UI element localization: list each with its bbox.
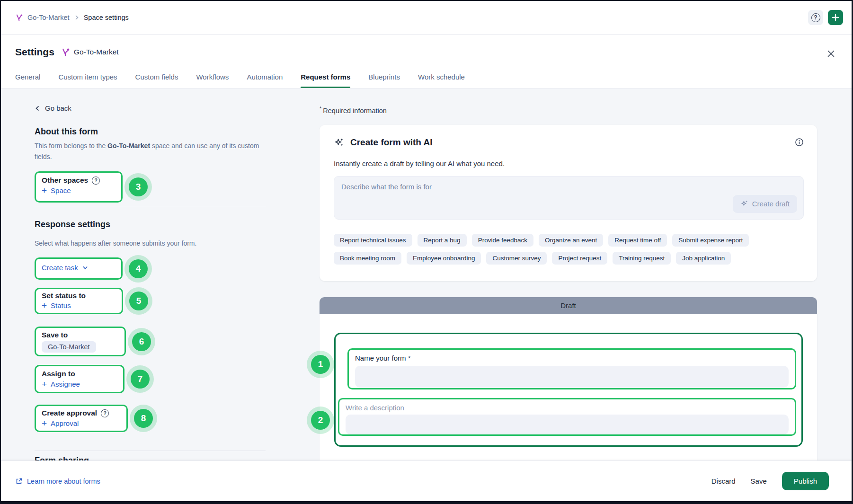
space-name-bold: Go-To-Market bbox=[107, 142, 150, 150]
breadcrumb-chevron-icon bbox=[74, 14, 80, 21]
add-status-button[interactable]: + Status bbox=[42, 301, 71, 309]
add-icon: + bbox=[42, 302, 47, 309]
set-status-section: Set status to + Status 5 bbox=[35, 288, 123, 314]
add-button[interactable] bbox=[828, 10, 843, 25]
form-header-annotation-box: Name your form * Write a description 1 2 bbox=[334, 333, 803, 447]
required-information-note: *Required information bbox=[320, 106, 817, 115]
other-spaces-label: Other spaces bbox=[42, 176, 88, 185]
tab-work-schedule[interactable]: Work schedule bbox=[418, 73, 465, 88]
question-circle-icon[interactable]: ? bbox=[101, 409, 109, 417]
create-approval-section: Create approval ? + Approval 8 bbox=[35, 405, 128, 432]
annotation-badge-5: 5 bbox=[129, 292, 148, 310]
breadcrumb-space-link[interactable]: Go-To-Market bbox=[27, 14, 70, 21]
set-status-label: Set status to bbox=[42, 292, 86, 300]
ai-card-title: Create form with AI bbox=[350, 137, 433, 148]
suggestion-chip[interactable]: Report technical issues bbox=[334, 234, 412, 247]
save-to-label: Save to bbox=[42, 331, 68, 339]
ai-prompt-input[interactable]: Describe what the form is for Create dra… bbox=[334, 176, 804, 220]
info-button[interactable] bbox=[795, 138, 804, 147]
publish-button[interactable]: Publish bbox=[782, 472, 829, 490]
form-name-input[interactable] bbox=[355, 366, 789, 388]
suggestion-chip[interactable]: Employee onboarding bbox=[407, 252, 481, 265]
content-area: Go back About this form This form belong… bbox=[1, 88, 852, 460]
settings-header: Settings Go-To-Market General Cust bbox=[1, 35, 852, 88]
add-approval-button[interactable]: + Approval bbox=[42, 419, 79, 427]
tab-custom-item-types[interactable]: Custom item types bbox=[58, 73, 117, 88]
other-spaces-section: Other spaces ? + Space 3 bbox=[35, 171, 123, 203]
suggestion-chip[interactable]: Customer survey bbox=[486, 252, 547, 265]
tab-request-forms[interactable]: Request forms bbox=[301, 73, 350, 88]
ai-card-subtitle: Instantly create a draft by telling our … bbox=[334, 159, 804, 168]
annotation-badge-4: 4 bbox=[129, 259, 148, 278]
create-draft-button[interactable]: Create draft bbox=[733, 195, 797, 213]
suggestion-chip[interactable]: Provide feedback bbox=[472, 234, 533, 247]
breadcrumb-current-page: Space settings bbox=[84, 14, 129, 21]
create-task-section: Create task 4 bbox=[35, 257, 123, 280]
tab-general[interactable]: General bbox=[15, 73, 40, 88]
close-icon bbox=[827, 50, 835, 58]
response-settings-heading: Response settings bbox=[35, 220, 294, 230]
tab-automation[interactable]: Automation bbox=[247, 73, 283, 88]
tab-blueprints[interactable]: Blueprints bbox=[368, 73, 400, 88]
annotation-badge-7: 7 bbox=[131, 370, 150, 389]
save-to-space-chip[interactable]: Go-To-Market bbox=[42, 341, 96, 353]
create-approval-label: Create approval bbox=[42, 409, 97, 417]
create-form-with-ai-card: Create form with AI Instantly create a d… bbox=[320, 125, 817, 281]
top-bar: Go-To-Market Space settings ? bbox=[1, 1, 852, 35]
go-back-button[interactable]: Go back bbox=[35, 104, 71, 112]
sparkle-icon bbox=[740, 200, 748, 208]
draft-form-card: Draft Name your form * Write a descripti… bbox=[320, 297, 817, 460]
suggestion-chip[interactable]: Project request bbox=[552, 252, 607, 265]
top-bar-actions: ? bbox=[808, 10, 843, 25]
assign-to-label: Assign to bbox=[42, 370, 75, 378]
add-icon: + bbox=[42, 187, 47, 194]
settings-tabs: General Custom item types Custom fields … bbox=[15, 73, 465, 88]
help-icon: ? bbox=[811, 13, 820, 22]
discard-button[interactable]: Discard bbox=[711, 477, 736, 485]
add-space-button[interactable]: + Space bbox=[42, 186, 71, 195]
question-circle-icon[interactable]: ? bbox=[92, 177, 100, 185]
about-description: This form belongs to the Go-To-Market sp… bbox=[35, 141, 261, 162]
external-link-icon bbox=[15, 477, 23, 485]
suggestion-chip[interactable]: Job application bbox=[676, 252, 731, 265]
annotation-badge-6: 6 bbox=[132, 332, 151, 351]
form-name-label: Name your form * bbox=[355, 354, 789, 362]
close-button[interactable] bbox=[824, 47, 837, 60]
info-icon bbox=[795, 138, 804, 147]
sparkle-icon bbox=[334, 137, 344, 148]
about-heading: About this form bbox=[35, 127, 294, 137]
space-badge: Go-To-Market bbox=[61, 48, 119, 57]
divider bbox=[35, 451, 266, 451]
form-sharing-heading: Form sharing bbox=[35, 456, 294, 460]
plus-icon bbox=[832, 14, 839, 21]
annotation-badge-3: 3 bbox=[129, 177, 148, 196]
suggestion-chip[interactable]: Book meeting room bbox=[334, 252, 401, 265]
suggestion-chip[interactable]: Request time off bbox=[608, 234, 667, 247]
suggestion-chip[interactable]: Training request bbox=[613, 252, 671, 265]
chevron-down-icon bbox=[82, 265, 89, 271]
page-title: Settings bbox=[15, 46, 54, 58]
suggestion-chip[interactable]: Organize an event bbox=[539, 234, 603, 247]
suggestion-chip[interactable]: Report a bug bbox=[418, 234, 467, 247]
create-task-dropdown[interactable]: Create task bbox=[42, 264, 89, 272]
draft-form-body: Name your form * Write a description 1 2 bbox=[320, 314, 817, 460]
space-icon bbox=[15, 14, 23, 22]
tab-workflows[interactable]: Workflows bbox=[196, 73, 229, 88]
ai-suggestion-chips: Report technical issues Report a bug Pro… bbox=[334, 234, 804, 265]
back-chevron-icon bbox=[35, 105, 40, 112]
divider bbox=[35, 207, 266, 207]
suggestion-chip[interactable]: Submit expense report bbox=[672, 234, 749, 247]
footer-bar: Learn more about forms Discard Save Publ… bbox=[1, 460, 852, 501]
form-description-input[interactable] bbox=[346, 415, 789, 434]
annotation-badge-2: 2 bbox=[311, 411, 330, 430]
form-editor-panel: *Required information Create form with A… bbox=[320, 88, 817, 460]
help-button[interactable]: ? bbox=[808, 10, 823, 25]
save-button[interactable]: Save bbox=[751, 477, 767, 485]
annotation-badge-8: 8 bbox=[134, 409, 153, 428]
form-description-placeholder: Write a description bbox=[346, 404, 789, 412]
learn-more-link[interactable]: Learn more about forms bbox=[15, 477, 100, 485]
add-assignee-button[interactable]: + Assignee bbox=[42, 380, 80, 388]
ai-prompt-placeholder: Describe what the form is for bbox=[341, 183, 796, 191]
tab-custom-fields[interactable]: Custom fields bbox=[135, 73, 178, 88]
form-description-section: Write a description bbox=[338, 398, 796, 436]
